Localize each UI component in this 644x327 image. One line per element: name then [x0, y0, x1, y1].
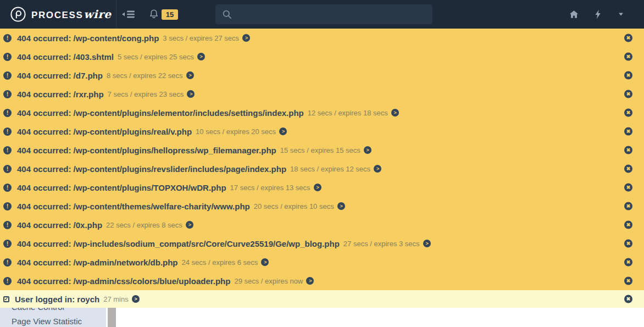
notification-row: ! 404 occurred: /0x.php 22 secs / expire…: [0, 215, 644, 234]
chevron-circle-right-icon[interactable]: >: [197, 53, 205, 60]
close-notification-button[interactable]: ✖: [624, 165, 632, 173]
close-notification-button[interactable]: ✖: [624, 71, 632, 80]
notification-row: ! 404 occurred: /wp-content/plugins/real…: [0, 122, 644, 141]
brand[interactable]: PROCESSwire: [10, 6, 111, 23]
notification-meta: 15 secs / expires 15 secs: [280, 146, 360, 154]
close-notification-button[interactable]: ✖: [624, 295, 632, 303]
dropdown-menu-panel: Cache Control Page View Statistic: [0, 308, 106, 327]
notification-meta: 17 secs / expires 13 secs: [230, 184, 310, 192]
quick-actions-button[interactable]: [595, 10, 601, 19]
notification-meta: 22 secs / expires 8 secs: [106, 221, 182, 229]
search-input[interactable]: [237, 9, 426, 19]
notification-title: User logged in: roych: [15, 295, 99, 304]
chevron-down-icon: [619, 13, 623, 16]
exclamation-circle-icon: !: [3, 109, 12, 117]
chevron-circle-right-icon[interactable]: >: [187, 90, 195, 98]
exclamation-circle-icon: !: [3, 258, 12, 267]
notification-row: ! 404 occurred: /wp-content/plugins/TOPX…: [0, 178, 644, 197]
exclamation-circle-icon: !: [3, 184, 12, 192]
notification-meta: 24 secs / expires 6 secs: [182, 258, 258, 267]
notification-row: ! 404 occurred: /rxr.php 7 secs / expire…: [0, 85, 644, 103]
processwire-logo-icon: [10, 6, 26, 23]
notification-title: 404 occurred: /wp-content/themes/welfare…: [17, 202, 250, 211]
notification-meta: 27 secs / expires 3 secs: [343, 240, 420, 248]
content-area: Cache Control Page View Statistic: [0, 308, 644, 327]
notification-row: ! 404 occurred: /wp-admin/css/colors/blu…: [0, 271, 644, 290]
notification-meta: 3 secs / expires 27 secs: [163, 34, 239, 42]
chevron-circle-right-icon[interactable]: >: [306, 277, 314, 285]
notification-title: 404 occurred: /wp-content/plugins/revsli…: [17, 164, 286, 174]
notification-row: ! 404 occurred: /403.shtml 5 secs / expi…: [0, 47, 644, 66]
user-menu-button[interactable]: [619, 13, 623, 16]
chevron-circle-right-icon[interactable]: >: [261, 258, 269, 266]
exclamation-circle-icon: !: [3, 277, 12, 285]
notification-row: ! 404 occurred: /wp-admin/network/db.php…: [0, 253, 644, 271]
close-notification-button[interactable]: ✖: [624, 221, 632, 229]
close-notification-button[interactable]: ✖: [624, 146, 632, 154]
notification-title: 404 occurred: /wp-content/plugins/TOPXOH…: [17, 183, 226, 192]
exclamation-circle-icon: !: [3, 202, 12, 210]
notification-row: ! 404 occurred: /wp-content/plugins/elem…: [0, 103, 644, 122]
notification-row: ! 404 occurred: /wp-content/cong.php 3 s…: [0, 29, 644, 47]
notification-row: ! 404 occurred: /wp-content/themes/welfa…: [0, 197, 644, 215]
notification-title: 404 occurred: /0x.php: [17, 220, 102, 230]
notification-meta: 7 secs / expires 23 secs: [108, 90, 184, 98]
sidebar-toggle-button[interactable]: [121, 10, 137, 19]
chevron-circle-right-icon[interactable]: >: [364, 146, 371, 154]
close-notification-button[interactable]: ✖: [624, 184, 632, 192]
chevron-circle-right-icon[interactable]: >: [186, 71, 194, 79]
panel-scrollbar-thumb[interactable]: [108, 308, 116, 327]
notification-title: 404 occurred: /wp-content/plugins/real/v…: [17, 127, 192, 136]
search-icon: [222, 9, 232, 19]
menu-item-cache-control[interactable]: Cache Control: [0, 308, 106, 312]
notification-meta: 27 mins: [103, 295, 129, 303]
exclamation-circle-icon: !: [3, 221, 12, 229]
close-notification-button[interactable]: ✖: [624, 34, 632, 42]
notification-row: ! 404 occurred: /d7.php 8 secs / expires…: [0, 66, 644, 85]
close-notification-button[interactable]: ✖: [624, 258, 632, 267]
notification-title: 404 occurred: /wp-content/plugins/elemen…: [17, 108, 304, 118]
chevron-circle-right-icon[interactable]: >: [374, 165, 381, 173]
notification-title: 404 occurred: /wp-includes/sodium_compat…: [17, 239, 340, 248]
close-notification-button[interactable]: ✖: [624, 90, 632, 98]
close-notification-button[interactable]: ✖: [624, 277, 632, 285]
notification-title: 404 occurred: /wp-content/cong.php: [17, 34, 159, 43]
chevron-circle-right-icon[interactable]: >: [242, 34, 250, 42]
search-box[interactable]: [215, 4, 432, 24]
exclamation-circle-icon: !: [3, 90, 12, 98]
close-notification-button[interactable]: ✖: [624, 53, 632, 61]
hamburger-menu-icon: [121, 10, 137, 19]
notification-title: 404 occurred: /rxr.php: [17, 90, 104, 99]
notification-list: ! 404 occurred: /wp-content/cong.php 3 s…: [0, 29, 644, 308]
chevron-circle-right-icon[interactable]: >: [391, 109, 399, 117]
lightning-bolt-icon: [595, 10, 601, 19]
chevron-circle-right-icon[interactable]: >: [314, 184, 321, 191]
topbar-divider: [116, 0, 116, 29]
check-square-icon: ✓: [3, 296, 9, 302]
close-notification-button[interactable]: ✖: [624, 109, 632, 117]
close-notification-button[interactable]: ✖: [624, 202, 632, 210]
home-button[interactable]: [569, 10, 579, 19]
notification-row: ! 404 occurred: /wp-content/plugins/hell…: [0, 141, 644, 159]
notifications-bell-button[interactable]: [148, 9, 159, 20]
chevron-circle-right-icon[interactable]: >: [186, 221, 193, 229]
notification-meta: 29 secs / expires now: [234, 277, 303, 285]
chevron-circle-right-icon[interactable]: >: [423, 240, 431, 247]
chevron-circle-right-icon[interactable]: >: [279, 128, 287, 135]
menu-item-page-view-statistic[interactable]: Page View Statistic: [0, 317, 106, 326]
notification-title: 404 occurred: /403.shtml: [17, 52, 114, 62]
notification-meta: 10 secs / expires 20 secs: [196, 128, 276, 136]
close-notification-button[interactable]: ✖: [624, 128, 632, 136]
notification-count-badge[interactable]: 15: [162, 9, 178, 20]
exclamation-circle-icon: !: [3, 71, 12, 80]
close-notification-button[interactable]: ✖: [624, 240, 632, 248]
chevron-circle-right-icon[interactable]: >: [132, 295, 140, 303]
exclamation-circle-icon: !: [3, 34, 12, 42]
notification-meta: 5 secs / expires 25 secs: [118, 53, 194, 61]
exclamation-circle-icon: !: [3, 165, 12, 173]
notification-row: ✓ User logged in: roych 27 mins > ✖: [0, 290, 644, 308]
chevron-circle-right-icon[interactable]: >: [337, 202, 345, 210]
notification-meta: 8 secs / expires 22 secs: [107, 71, 183, 80]
notification-title: 404 occurred: /d7.php: [17, 71, 103, 80]
topbar: PROCESSwire 15: [0, 0, 644, 29]
